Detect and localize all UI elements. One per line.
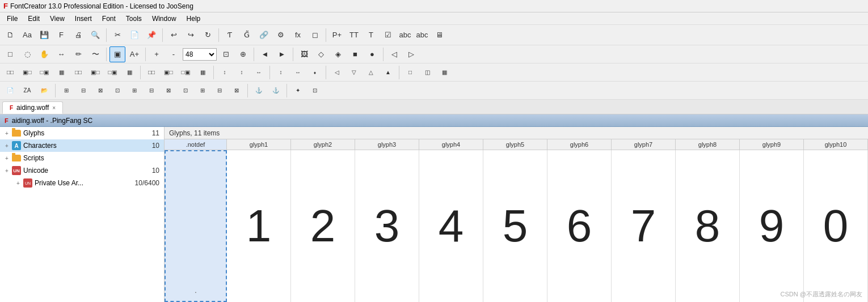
- tab-aiding-woff[interactable]: F aiding.woff ×: [2, 101, 63, 114]
- glyph-cell-7[interactable]: 7: [612, 150, 676, 302]
- toolbar3-btn-6[interactable]: □▣: [104, 65, 120, 80]
- toolbar2-btn-21[interactable]: ■: [347, 46, 363, 62]
- menu-item-tools[interactable]: Tools: [121, 14, 146, 24]
- glyph-cell-6[interactable]: 6: [547, 150, 612, 302]
- toolbar4-btn-0[interactable]: 📄: [2, 83, 18, 99]
- toolbar1-btn-7[interactable]: ✂: [109, 27, 125, 43]
- toolbar1-btn-12[interactable]: ↪: [183, 27, 199, 43]
- toolbar2-btn-4[interactable]: ✏: [70, 46, 86, 62]
- tree-expand-0[interactable]: +: [2, 130, 11, 137]
- glyph-cell-9[interactable]: 9: [740, 150, 804, 302]
- tab-close-button[interactable]: ×: [52, 105, 56, 111]
- tree-item-glyphs[interactable]: +Glyphs11: [0, 127, 164, 139]
- toolbar1-btn-13[interactable]: ↻: [200, 27, 216, 43]
- toolbar2-btn-5[interactable]: 〜: [87, 46, 103, 62]
- menu-item-insert[interactable]: Insert: [70, 14, 96, 24]
- glyph-cell-1[interactable]: 1: [227, 150, 291, 302]
- glyph-cell-5[interactable]: 5: [483, 150, 547, 302]
- toolbar3-btn-10[interactable]: ▣□: [161, 65, 176, 80]
- toolbar4-btn-14[interactable]: ⊠: [229, 83, 245, 99]
- toolbar4-btn-11[interactable]: ⊡: [178, 83, 193, 99]
- glyph-cell-0[interactable]: ·: [165, 150, 227, 302]
- tree-expand-1[interactable]: +: [2, 143, 11, 149]
- toolbar2-btn-24[interactable]: ◁: [386, 46, 402, 62]
- menu-item-edit[interactable]: Edit: [23, 14, 44, 24]
- toolbar3-btn-14[interactable]: ↕: [217, 65, 233, 80]
- tree-item-scripts[interactable]: +Scripts: [0, 152, 164, 164]
- toolbar2-btn-19[interactable]: ◇: [313, 46, 329, 62]
- toolbar4-btn-19[interactable]: ✦: [290, 83, 306, 99]
- toolbar2-btn-20[interactable]: ◈: [330, 46, 346, 62]
- menu-item-help[interactable]: Help: [182, 14, 205, 24]
- zoom-dropdown[interactable]: 2432486496128: [183, 48, 217, 61]
- toolbar3-btn-3[interactable]: ▦: [53, 65, 69, 80]
- glyph-cell-8[interactable]: 8: [676, 150, 740, 302]
- toolbar2-btn-11[interactable]: -: [166, 46, 182, 62]
- toolbar4-btn-4[interactable]: ⊞: [58, 83, 74, 99]
- toolbar2-btn-15[interactable]: ◄: [257, 46, 273, 62]
- toolbar3-btn-25[interactable]: ▲: [380, 65, 396, 80]
- toolbar3-btn-23[interactable]: ▽: [346, 65, 362, 80]
- toolbar3-btn-16[interactable]: ↔: [251, 65, 267, 80]
- toolbar1-btn-28[interactable]: 🖥: [431, 27, 447, 43]
- toolbar1-btn-3[interactable]: F: [53, 27, 69, 43]
- toolbar4-btn-6[interactable]: ⊠: [92, 83, 108, 99]
- toolbar2-btn-10[interactable]: +: [149, 46, 165, 62]
- toolbar1-btn-4[interactable]: 🖨: [70, 27, 86, 43]
- toolbar2-btn-0[interactable]: □: [2, 46, 18, 62]
- toolbar4-btn-10[interactable]: ⊠: [161, 83, 176, 99]
- toolbar2-btn-1[interactable]: ◌: [19, 46, 35, 62]
- toolbar4-btn-8[interactable]: ⊞: [127, 83, 142, 99]
- toolbar3-btn-15[interactable]: ↕: [234, 65, 250, 80]
- toolbar3-btn-5[interactable]: ▣□: [87, 65, 103, 80]
- toolbar1-btn-27[interactable]: abc: [414, 27, 430, 43]
- toolbar4-btn-13[interactable]: ⊟: [212, 83, 227, 99]
- toolbar2-btn-25[interactable]: ▷: [403, 46, 419, 62]
- toolbar1-btn-5[interactable]: 🔍: [87, 27, 103, 43]
- toolbar1-btn-26[interactable]: abc: [397, 27, 413, 43]
- toolbar3-btn-19[interactable]: ↔: [290, 65, 306, 80]
- glyph-cell-4[interactable]: 4: [419, 150, 483, 302]
- toolbar3-btn-20[interactable]: ⬧: [307, 65, 323, 80]
- toolbar2-btn-22[interactable]: ●: [364, 46, 380, 62]
- toolbar1-btn-0[interactable]: 🗋: [2, 27, 18, 43]
- toolbar2-btn-18[interactable]: 🖼: [296, 46, 312, 62]
- toolbar1-btn-22[interactable]: P+: [329, 27, 345, 43]
- toolbar4-btn-7[interactable]: ⊡: [109, 83, 125, 99]
- toolbar3-btn-28[interactable]: ◫: [419, 65, 435, 80]
- toolbar3-btn-9[interactable]: □□: [144, 65, 159, 80]
- toolbar2-btn-12[interactable]: ⊡: [218, 46, 234, 62]
- toolbar4-btn-9[interactable]: ⊟: [144, 83, 159, 99]
- toolbar1-btn-1[interactable]: Aa: [19, 27, 35, 43]
- tree-expand-4[interactable]: +: [14, 180, 23, 186]
- toolbar3-btn-0[interactable]: □□: [2, 65, 18, 80]
- toolbar2-btn-7[interactable]: ▣: [109, 46, 125, 62]
- toolbar3-btn-27[interactable]: □: [402, 65, 418, 80]
- toolbar4-btn-12[interactable]: ⊞: [195, 83, 210, 99]
- toolbar4-btn-2[interactable]: 📂: [36, 83, 52, 99]
- toolbar2-btn-2[interactable]: ✋: [36, 46, 52, 62]
- tree-item-private-use-ar...[interactable]: +UNPrivate Use Ar...10/6400: [0, 177, 164, 189]
- toolbar1-btn-17[interactable]: 🔗: [256, 27, 272, 43]
- toolbar4-btn-1[interactable]: ZA: [19, 83, 35, 99]
- tree-expand-2[interactable]: +: [2, 155, 11, 161]
- toolbar1-btn-24[interactable]: T: [363, 27, 379, 43]
- tree-item-unicode[interactable]: +UNUnicode10: [0, 164, 164, 177]
- toolbar3-btn-1[interactable]: ▣□: [19, 65, 35, 80]
- toolbar1-btn-23[interactable]: TT: [346, 27, 362, 43]
- toolbar3-btn-24[interactable]: △: [363, 65, 379, 80]
- glyph-cell-10[interactable]: 0: [804, 150, 868, 302]
- toolbar1-btn-15[interactable]: Ƭ: [222, 27, 238, 43]
- toolbar2-btn-8[interactable]: A+: [127, 46, 142, 62]
- toolbar3-btn-29[interactable]: ▦: [436, 65, 452, 80]
- toolbar3-btn-7[interactable]: ▦: [121, 65, 137, 80]
- toolbar3-btn-12[interactable]: ▦: [195, 65, 210, 80]
- glyph-cell-3[interactable]: 3: [355, 150, 419, 302]
- tree-item-characters[interactable]: +ACharacters10: [0, 139, 164, 152]
- toolbar1-btn-19[interactable]: fx: [290, 27, 306, 43]
- toolbar3-btn-22[interactable]: ◁: [329, 65, 345, 80]
- toolbar1-btn-25[interactable]: ☑: [380, 27, 396, 43]
- menu-item-window[interactable]: Window: [148, 14, 181, 24]
- glyph-cell-2[interactable]: 2: [291, 150, 355, 302]
- toolbar3-btn-2[interactable]: □▣: [36, 65, 52, 80]
